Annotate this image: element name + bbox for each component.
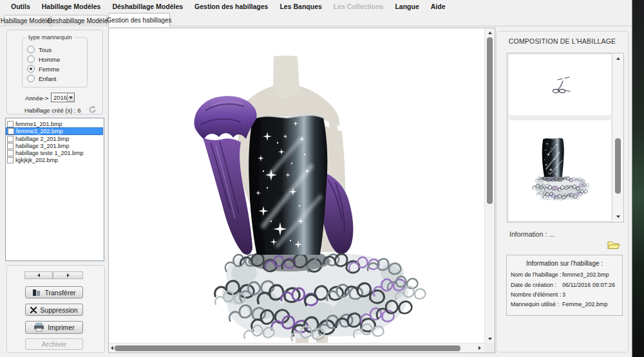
archive-label: Archiver [42, 340, 67, 348]
radio-tous[interactable] [27, 46, 35, 53]
next-page-button[interactable] [53, 271, 83, 279]
file-checkbox[interactable] [7, 150, 14, 156]
info-box-title: Information sur l'habillage : [507, 260, 622, 267]
file-row[interactable]: kjjkjkjk_202.bmp [6, 156, 103, 163]
year-dropdown[interactable]: 2016 [51, 93, 75, 102]
tab-gestion-habillages[interactable]: Gestion des habillages [108, 13, 170, 26]
file-name: habillage teste 1_201.bmp [15, 150, 84, 156]
menu-langue[interactable]: Langue [389, 3, 424, 10]
year-dropdown-button[interactable] [67, 93, 74, 102]
scroll-down-button[interactable] [485, 334, 495, 343]
composition-item-dress[interactable] [509, 120, 611, 221]
info-date-value: 06/11/2016 09:07:26 [562, 282, 615, 288]
info-date-label: Date de création : [511, 282, 556, 288]
radio-enfant-label: Enfant [39, 75, 56, 82]
radio-enfant[interactable] [27, 75, 35, 82]
delete-button[interactable]: Suppression [25, 304, 83, 316]
info-mannequin-value: Femme_202.bmp [562, 301, 608, 307]
file-name: femme3_202.bmp [16, 128, 63, 134]
scrollbar-corner [484, 343, 495, 352]
composition-scrollbar[interactable] [612, 53, 623, 222]
tab-habillage-modeles[interactable]: Habillage Modèles [4, 15, 50, 26]
file-checkbox[interactable] [7, 121, 14, 127]
tab-strip: Habillage Modèles Deshabillage Modèles G… [0, 12, 632, 26]
archive-button: Archiver [25, 338, 83, 350]
menu-les-banques[interactable]: Les Banques [274, 3, 327, 10]
canvas-horizontal-scrollbar[interactable] [109, 343, 484, 352]
menu-deshabillage-modeles[interactable]: Déshabillage Modèles [106, 3, 189, 10]
scroll-right-button[interactable] [477, 343, 483, 352]
menu-aide[interactable]: Aide [425, 3, 451, 10]
file-checkbox[interactable] [8, 128, 14, 134]
arrow-left-icon [37, 273, 40, 277]
canvas-vertical-scrollbar[interactable] [484, 28, 495, 343]
transfer-label: Transférer [44, 289, 75, 297]
year-value: 2016 [52, 94, 67, 101]
fashion-sketch-art [109, 28, 484, 343]
delete-x-icon [30, 307, 37, 313]
year-label: Année-> [25, 95, 48, 102]
radio-row-homme[interactable]: Homme [27, 55, 60, 63]
radio-tous-label: Tous [39, 46, 52, 53]
created-count-label: Habillage créé (s) : 6 [24, 107, 81, 114]
radio-femme[interactable] [27, 65, 35, 73]
file-name: habillage 3_201.bmp [15, 143, 70, 149]
arrow-up-icon [488, 32, 492, 34]
radio-row-enfant[interactable]: Enfant [27, 75, 56, 82]
file-row-selected[interactable]: femme3_202.bmp [6, 127, 103, 135]
file-row[interactable]: habillage 2_201.bmp [6, 135, 103, 142]
info-count-value: 3 [562, 291, 565, 298]
radio-homme-label: Homme [39, 56, 60, 63]
habillage-file-list[interactable]: femme1_201.bmp femme3_202.bmp habillage … [5, 118, 104, 261]
arrow-down-icon [616, 215, 620, 218]
drawing-canvas [108, 28, 495, 353]
dress-thumbnail [530, 136, 589, 203]
scroll-up-button[interactable] [612, 55, 623, 62]
prev-page-button[interactable] [24, 271, 53, 279]
file-row[interactable]: habillage teste 1_201.bmp [6, 149, 103, 156]
desktop-background-strip [632, 0, 644, 357]
vertical-scroll-thumb[interactable] [487, 37, 493, 204]
info-name-value: femme3_202.bmp [562, 271, 609, 278]
menu-outils[interactable]: Outils [5, 3, 36, 10]
composition-item-sketch[interactable] [509, 55, 611, 115]
info-name-label: Nom de l'habillage : [511, 271, 562, 278]
print-button[interactable]: Imprimer [25, 321, 83, 334]
chevron-down-icon [69, 96, 73, 99]
menu-habillage-modeles[interactable]: Habillage Modèles [36, 3, 107, 10]
transfer-icon [32, 289, 41, 297]
radio-homme[interactable] [27, 55, 35, 63]
refresh-icon[interactable] [88, 105, 97, 114]
menu-gestion-habillages[interactable]: Gestion des habillages [189, 3, 274, 10]
element-sketch-thumbnail [547, 75, 576, 97]
arrow-up-icon [616, 57, 620, 60]
composition-scroll-thumb[interactable] [615, 138, 621, 194]
transfer-button[interactable]: Transférer [25, 286, 83, 298]
info-mannequin-label: Mannequin utilisé : [511, 301, 559, 307]
open-folder-icon[interactable] [607, 240, 620, 250]
scroll-up-button[interactable] [485, 28, 495, 37]
info-count-label: Nombre d'élément : [511, 291, 561, 298]
file-checkbox[interactable] [7, 136, 14, 142]
arrow-right-icon [67, 273, 70, 277]
arrow-down-icon [488, 338, 492, 340]
file-name: habillage 2_201.bmp [15, 136, 70, 142]
printer-icon [33, 323, 44, 332]
file-name: femme1_201.bmp [15, 121, 62, 127]
radio-row-tous[interactable]: Tous [27, 46, 52, 53]
file-row[interactable]: femme1_201.bmp [6, 120, 103, 127]
arrow-left-icon [111, 346, 113, 350]
file-checkbox[interactable] [7, 143, 14, 149]
radio-femme-label: Femme [39, 66, 59, 73]
file-checkbox[interactable] [7, 157, 14, 163]
horizontal-scroll-thumb[interactable] [115, 345, 460, 351]
scroll-down-button[interactable] [612, 213, 623, 221]
mannequin-filter-group: type mannequin Tous Homme Femme Enfant A… [6, 30, 103, 114]
composition-list[interactable] [507, 53, 624, 223]
composition-panel: COMPOSITION DE L'HABILLAGE In [496, 31, 629, 352]
radio-row-femme[interactable]: Femme [27, 65, 59, 73]
file-row[interactable]: habillage 3_201.bmp [6, 142, 103, 149]
arrow-right-icon [478, 346, 481, 350]
tab-deshabillage-modeles[interactable]: Deshabillage Modèles [52, 15, 107, 26]
file-name: kjjkjkjk_202.bmp [15, 157, 58, 163]
